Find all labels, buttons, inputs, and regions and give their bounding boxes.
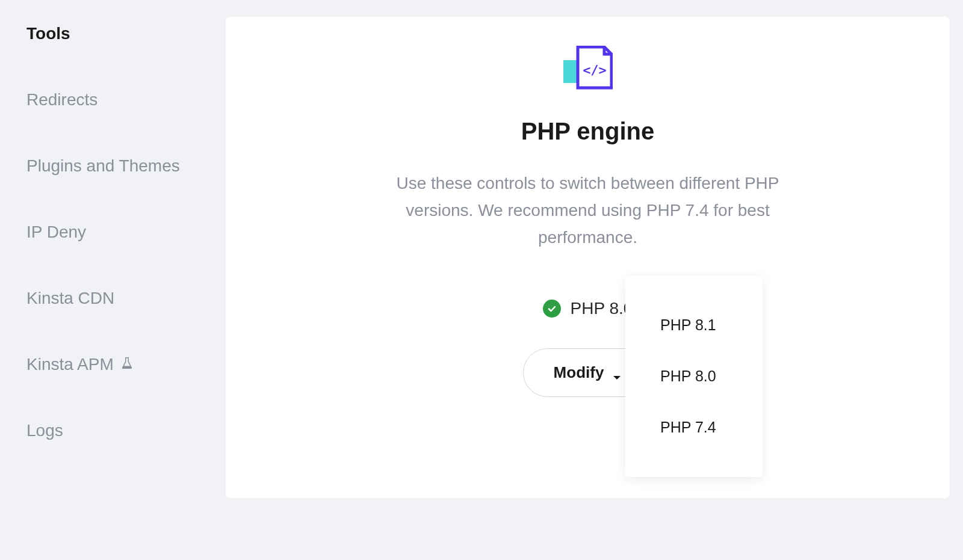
current-php-version: PHP 8.0	[543, 299, 633, 318]
sidebar-item-redirects[interactable]: Redirects	[26, 90, 226, 109]
svg-text:</>: </>	[583, 63, 607, 78]
dropdown-option-php80[interactable]: PHP 8.0	[625, 351, 763, 402]
sidebar-item-label: Plugins and Themes	[26, 156, 180, 176]
php-file-icon: </>	[563, 46, 613, 93]
card-title: PHP engine	[262, 118, 914, 145]
dropdown-option-php81[interactable]: PHP 8.1	[625, 300, 763, 351]
sidebar-item-tools[interactable]: Tools	[26, 24, 226, 43]
sidebar-item-label: Redirects	[26, 90, 98, 109]
sidebar-item-label: Logs	[26, 421, 63, 440]
current-version-label: PHP 8.0	[571, 299, 633, 318]
main-content: </> PHP engine Use these controls to swi…	[226, 0, 963, 560]
modify-button-label: Modify	[554, 363, 604, 382]
sidebar: Tools Redirects Plugins and Themes IP De…	[0, 0, 226, 560]
sidebar-item-label: Tools	[26, 24, 70, 43]
sidebar-item-label: IP Deny	[26, 223, 86, 242]
sidebar-item-kinsta-apm[interactable]: Kinsta APM	[26, 355, 226, 374]
php-engine-card: </> PHP engine Use these controls to swi…	[226, 17, 950, 498]
sidebar-item-ip-deny[interactable]: IP Deny	[26, 223, 226, 242]
card-description: Use these controls to switch between dif…	[371, 170, 805, 251]
sidebar-item-label: Kinsta APM	[26, 355, 114, 374]
sidebar-item-kinsta-cdn[interactable]: Kinsta CDN	[26, 289, 226, 308]
php-version-dropdown: PHP 8.1 PHP 8.0 PHP 7.4	[625, 275, 763, 477]
sidebar-item-label: Kinsta CDN	[26, 289, 114, 308]
flask-icon	[121, 355, 133, 374]
sidebar-item-plugins-themes[interactable]: Plugins and Themes	[26, 156, 226, 176]
check-circle-icon	[543, 300, 561, 318]
chevron-down-icon	[612, 368, 622, 378]
dropdown-option-php74[interactable]: PHP 7.4	[625, 402, 763, 453]
sidebar-item-logs[interactable]: Logs	[26, 421, 226, 440]
